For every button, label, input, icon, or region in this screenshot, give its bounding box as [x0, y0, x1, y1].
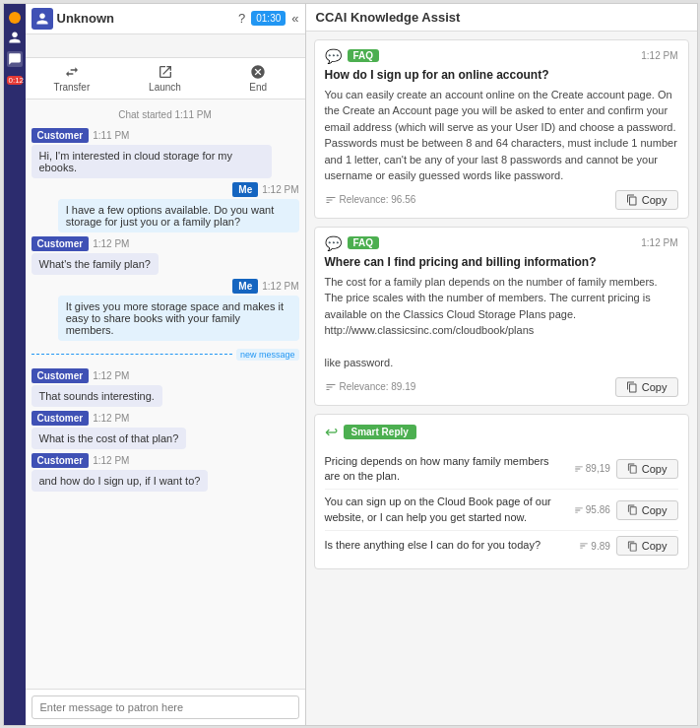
badge-label: 0:12	[7, 76, 23, 85]
transfer-label: Transfer	[53, 82, 90, 93]
chat-started-label: Chat started 1:11 PM	[32, 109, 299, 120]
message-author: Me	[232, 182, 258, 197]
copy-button[interactable]: Copy	[615, 377, 678, 397]
transfer-button[interactable]: Transfer	[26, 61, 119, 96]
smart-reply-row: Is there anything else I can do for you …	[325, 531, 678, 561]
relevance-score: Relevance: 89.19	[325, 381, 416, 393]
card-top-left: 💬 FAQ	[325, 48, 380, 64]
knowledge-content: 💬 FAQ 1:12 PM How do I sign up for an on…	[306, 32, 697, 725]
faq-badge: FAQ	[348, 49, 380, 62]
person-icon[interactable]	[7, 30, 23, 45]
new-message-label: new message	[236, 349, 299, 361]
message-time: 1:12 PM	[262, 184, 298, 195]
copy-button[interactable]: Copy	[615, 190, 678, 210]
relevance-score: Relevance: 96.56	[325, 194, 416, 206]
card-top-left: 💬 FAQ	[325, 235, 380, 251]
card-top-row: 💬 FAQ 1:12 PM	[325, 235, 678, 251]
help-button[interactable]: ?	[238, 11, 245, 26]
message-author: Me	[232, 279, 258, 294]
comment-icon: 💬	[325, 235, 342, 251]
chat-search-bar	[26, 34, 305, 58]
message-author: Customer	[32, 453, 90, 468]
message-author: Customer	[32, 411, 90, 426]
knowledge-panel: CCAI Knowledge Assist 💬 FAQ 1:12 PM How …	[306, 4, 697, 725]
smart-reply-section: ↩ Smart Reply Pricing depends on how man…	[314, 414, 689, 570]
message-time: 1:12 PM	[93, 455, 129, 466]
card-body: You can easily create an account online …	[325, 87, 678, 184]
chat-messages: Chat started 1:11 PM Customer 1:11 PM Hi…	[26, 99, 305, 689]
list-item: Customer 1:12 PM What is the cost of tha…	[32, 411, 299, 449]
smart-reply-score: 89,19	[566, 463, 610, 474]
card-time: 1:12 PM	[641, 237, 677, 248]
new-message-divider: new message	[32, 349, 299, 361]
list-item: Customer 1:12 PM What's the family plan?	[32, 236, 299, 275]
smart-reply-row: You can sign up on the Cloud Book page o…	[325, 490, 678, 531]
copy-button[interactable]: Copy	[616, 536, 678, 556]
copy-button[interactable]: Copy	[616, 500, 678, 520]
card-body: The cost for a family plan depends on th…	[325, 274, 678, 371]
smart-reply-row: Pricing depends on how many family membe…	[325, 449, 678, 491]
chat-input-area	[26, 689, 305, 725]
list-item: Me 1:12 PM I have a few options availabl…	[32, 182, 299, 232]
message-bubble: What is the cost of that plan?	[32, 428, 187, 449]
chat-header-left: Unknown	[32, 8, 115, 30]
collapse-button[interactable]: «	[291, 11, 298, 26]
chat-user-name: Unknown	[57, 11, 115, 26]
smart-reply-text: Pricing depends on how many family membe…	[325, 454, 560, 485]
badge-counter[interactable]: 0:12	[7, 73, 23, 89]
smart-reply-score: 9.89	[566, 541, 610, 552]
knowledge-card: 💬 FAQ 1:12 PM How do I sign up for an on…	[314, 39, 689, 219]
chat-header-right: ? 01:30 «	[238, 11, 299, 26]
card-time: 1:12 PM	[641, 50, 677, 61]
message-author: Customer	[32, 128, 90, 143]
end-button[interactable]: End	[212, 61, 305, 96]
card-top-row: 💬 FAQ 1:12 PM	[325, 48, 678, 64]
message-time: 1:11 PM	[93, 130, 129, 141]
message-author: Customer	[32, 236, 90, 251]
end-label: End	[249, 82, 267, 93]
smart-reply-header: ↩ Smart Reply	[325, 423, 678, 441]
smart-reply-text: Is there anything else I can do for you …	[325, 538, 560, 553]
faq-badge: FAQ	[348, 236, 380, 249]
smart-reply-score: 95.86	[566, 504, 610, 515]
chat-panel: Unknown ? 01:30 « Transfer Launch	[26, 4, 306, 725]
message-bubble: It gives you more storage space and make…	[58, 296, 299, 341]
knowledge-card: 💬 FAQ 1:12 PM Where can I find pricing a…	[314, 227, 689, 406]
chat-toolbar: Transfer Launch End	[26, 58, 305, 99]
message-bubble: That sounds interesting.	[32, 385, 162, 407]
chat-header: Unknown ? 01:30 «	[26, 4, 305, 34]
message-bubble: I have a few options available. Do you w…	[58, 199, 299, 232]
message-time: 1:12 PM	[93, 413, 129, 424]
reply-arrow-icon: ↩	[325, 423, 338, 441]
message-time: 1:12 PM	[93, 370, 129, 381]
launch-label: Launch	[149, 82, 181, 93]
card-footer: Relevance: 89.19 Copy	[325, 377, 678, 397]
card-title: How do I sign up for an online account?	[325, 68, 678, 82]
chat-icon[interactable]	[7, 51, 23, 67]
message-bubble: What's the family plan?	[32, 253, 159, 275]
comment-icon: 💬	[325, 48, 342, 64]
message-author: Customer	[32, 368, 90, 383]
timer-badge: 01:30	[251, 11, 286, 26]
message-time: 1:12 PM	[262, 281, 298, 292]
sidebar: 0:12	[4, 4, 26, 725]
copy-button[interactable]: Copy	[616, 459, 678, 479]
list-item: Me 1:12 PM It gives you more storage spa…	[32, 279, 299, 341]
message-bubble: Hi, I'm interested in cloud storage for …	[32, 145, 273, 178]
list-item: Customer 1:11 PM Hi, I'm interested in c…	[32, 128, 299, 178]
avatar	[32, 8, 53, 30]
status-dot	[9, 12, 21, 24]
card-title: Where can I find pricing and billing inf…	[325, 255, 678, 269]
list-item: Customer 1:12 PM and how do I sign up, i…	[32, 453, 299, 492]
smart-reply-text: You can sign up on the Cloud Book page o…	[325, 495, 560, 525]
card-footer: Relevance: 96.56 Copy	[325, 190, 678, 210]
message-input[interactable]	[32, 695, 299, 719]
chat-search-input[interactable]	[32, 39, 299, 51]
smart-reply-badge: Smart Reply	[344, 425, 416, 439]
launch-button[interactable]: Launch	[118, 61, 212, 96]
message-time: 1:12 PM	[93, 238, 129, 249]
message-bubble: and how do I sign up, if I want to?	[32, 470, 209, 492]
knowledge-header: CCAI Knowledge Assist	[306, 4, 697, 32]
list-item: Customer 1:12 PM That sounds interesting…	[32, 368, 299, 407]
